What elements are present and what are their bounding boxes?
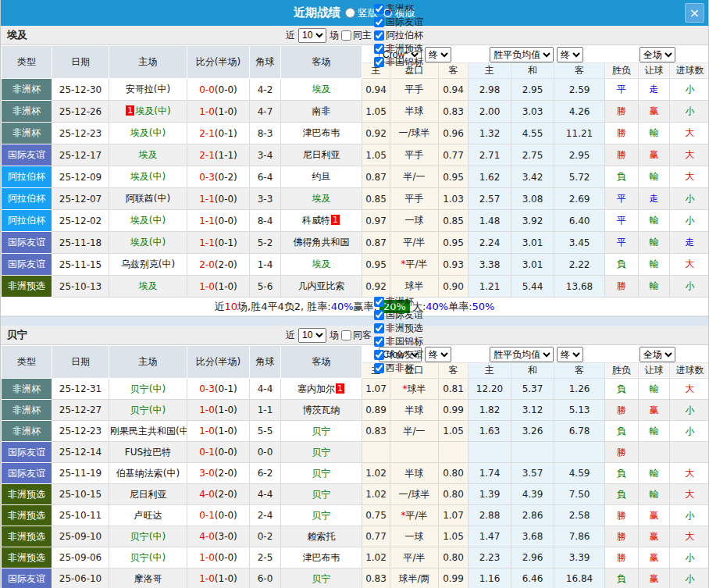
competition-filter-西非杯[interactable]: 西非杯 — [373, 362, 423, 375]
result-outcome: 勝 — [605, 400, 639, 421]
crown-away-odds: 0.99 — [439, 400, 469, 421]
result-goals: 小 — [670, 547, 709, 568]
competition-filter-非洲预选[interactable]: 非洲预选 — [373, 42, 423, 55]
score: 1-1(0-0) — [187, 210, 250, 232]
same-venue-checkbox[interactable] — [341, 330, 351, 340]
result-outcome: 勝 — [605, 442, 639, 463]
fulltime-score: 1-1 — [199, 216, 215, 226]
crown-away-odds: 0.83 — [439, 101, 469, 123]
avg-draw-odds — [511, 442, 554, 463]
competition-badge: 非洲预选 — [2, 276, 52, 298]
fulltime-score: 1-0 — [199, 281, 215, 292]
crown-handicap: 半球 — [390, 101, 439, 123]
avg-home-odds: 1.74 — [469, 463, 511, 484]
competition-filter-非洲预选[interactable]: 非洲预选 — [373, 322, 423, 335]
avg-away-odds: 3.45 — [554, 232, 605, 254]
halftime-score: (0-0) — [215, 216, 237, 226]
match-row: 国际友谊25-06-10摩洛哥1-0(1-0)6-0贝宁0.83球半/两0.99… — [2, 568, 709, 588]
recent-count-select[interactable]: 10 — [298, 28, 326, 43]
competition-filter-国际友谊[interactable]: 国际友谊 — [373, 16, 423, 29]
same-venue-option[interactable]: 同客 — [340, 329, 372, 342]
recent-count-select[interactable]: 10 — [298, 328, 326, 343]
avg-away-odds: 4.59 — [554, 463, 605, 484]
corner-score: 0-0 — [250, 442, 281, 463]
match-date: 25-12-17 — [52, 144, 109, 166]
odds-stage-select[interactable]: 终 — [425, 47, 451, 62]
competition-checkbox[interactable] — [374, 30, 384, 41]
team-name: 埃及 — [7, 28, 27, 42]
result-outcome: 負 — [605, 254, 639, 276]
score: 3-0(2-0) — [187, 463, 250, 484]
team-label: 安哥拉(中) — [126, 84, 170, 94]
competition-filter-阿拉伯杯[interactable]: 阿拉伯杯 — [373, 29, 423, 42]
competition-checkbox[interactable] — [374, 57, 384, 67]
competition-badge: 国际友谊 — [2, 463, 52, 484]
scope-select[interactable]: 全场 — [640, 47, 675, 62]
competition-badge: 非洲杯 — [2, 123, 52, 144]
competition-checkbox[interactable] — [374, 4, 384, 14]
competition-badge: 非洲杯 — [2, 379, 52, 400]
same-venue-option[interactable]: 同主 — [340, 29, 372, 42]
score: 1-0(1-0) — [187, 101, 250, 123]
competition-filter-非洲杯[interactable]: 非洲杯 — [373, 2, 423, 16]
team-label: 贝宁 — [312, 573, 331, 584]
match-row: 阿拉伯杯25-12-09埃及(中)0-3(0-2)6-4约旦0.87半/一0.9… — [2, 166, 709, 188]
competition-checkbox[interactable] — [374, 297, 384, 307]
team-label: 阿联酋(中) — [126, 193, 170, 204]
competition-checkbox[interactable] — [374, 323, 384, 333]
result-outcome: 勝 — [605, 123, 639, 144]
col-score: 比分(半场) — [187, 46, 250, 79]
avg-away-odds: 7.86 — [554, 526, 605, 547]
team-label: 摩洛哥 — [134, 573, 162, 584]
competition-filter-球会友谊[interactable]: 球会友谊 — [373, 348, 423, 362]
scope-select[interactable]: 全场 — [640, 347, 675, 362]
halftime-score: (1-0) — [215, 573, 237, 584]
avg-odds-select[interactable]: 胜平负均值 — [490, 47, 554, 62]
result-handicap: 赢 — [639, 144, 670, 166]
odds-stage-select[interactable]: 终 — [425, 347, 451, 362]
avg-stage-select[interactable]: 终 — [557, 347, 583, 362]
match-date: 25-12-31 — [52, 379, 109, 400]
competition-checkbox-label: 球会友谊 — [386, 348, 423, 362]
competition-badge: 非洲预选 — [2, 547, 52, 568]
col-type: 类型 — [2, 346, 52, 379]
competition-checkbox[interactable] — [374, 17, 384, 27]
summary-segment: 单率: — [448, 300, 472, 314]
competition-filter-国际友谊[interactable]: 国际友谊 — [373, 308, 423, 322]
match-date: 25-10-15 — [52, 484, 109, 505]
avg-odds-select[interactable]: 胜平负均值 — [490, 347, 554, 362]
competition-checkbox[interactable] — [374, 44, 384, 54]
crown-home-odds: 1.05 — [362, 144, 390, 166]
fulltime-score: 1-0 — [199, 426, 215, 437]
crown-away-odds: 1.07 — [439, 505, 469, 526]
crown-away-odds: 0.80 — [439, 547, 469, 568]
competition-filter-非国锦标[interactable]: 非国锦标 — [373, 335, 423, 348]
near-label: 近 — [286, 29, 295, 42]
col-goals-result: 进球数 — [670, 63, 709, 79]
avg-draw-odds: 3.03 — [511, 101, 554, 123]
result-handicap: 輸 — [639, 276, 670, 298]
result-outcome: 勝 — [605, 547, 639, 568]
avg-home-odds: 1.21 — [469, 276, 511, 298]
result-outcome: 負 — [605, 463, 639, 484]
score: 0-3(0-1) — [187, 379, 250, 400]
competition-checkbox[interactable] — [374, 350, 384, 360]
avg-stage-select[interactable]: 终 — [557, 47, 583, 62]
same-venue-checkbox[interactable] — [341, 30, 351, 41]
match-row: 非洲杯25-12-30安哥拉(中)0-0(0-0)4-2埃及0.94平手0.94… — [2, 79, 709, 101]
competition-checkbox[interactable] — [374, 310, 384, 320]
result-handicap: 赢 — [639, 526, 670, 547]
result-goals: 小 — [670, 568, 709, 588]
team-label: 尼日利亚 — [130, 489, 167, 500]
competition-checkbox[interactable] — [374, 337, 384, 347]
competition-filter-非洲杯[interactable]: 非洲杯 — [373, 295, 423, 308]
crown-handicap: *平/半 — [390, 505, 439, 526]
competition-badge: 非洲杯 — [2, 421, 52, 442]
away-team: 贝宁 — [281, 568, 362, 588]
home-team: 尼日利亚 — [109, 484, 187, 505]
summary-segment: 50% — [472, 301, 495, 312]
competition-filter-非国锦标[interactable]: 非国锦标 — [373, 55, 423, 69]
close-icon[interactable]: × — [685, 3, 704, 23]
avg-home-odds: 1.47 — [469, 526, 511, 547]
competition-checkbox[interactable] — [374, 363, 384, 373]
